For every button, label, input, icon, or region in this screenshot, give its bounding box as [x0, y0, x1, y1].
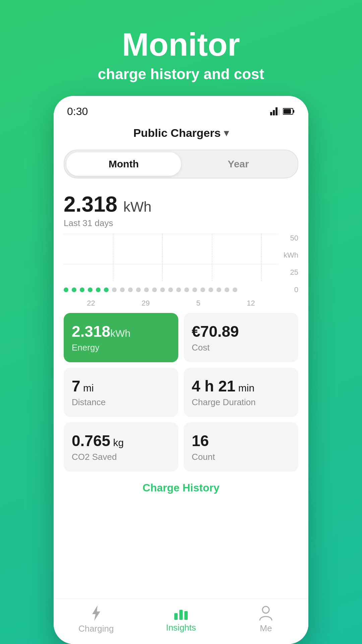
stat-duration-card: 4 h 21 min Charge Duration	[184, 368, 298, 417]
stats-grid: 2.318kWh Energy €70.89 Cost 7 mi Dist	[64, 313, 298, 472]
chart-x-5: 5	[196, 299, 200, 308]
dot-20	[217, 287, 221, 292]
stat-co2-value: 0.765 kg	[72, 432, 170, 450]
dot-6	[104, 287, 109, 292]
svg-rect-6	[284, 109, 291, 114]
svg-rect-8	[174, 613, 178, 620]
dot-15	[176, 287, 181, 292]
stat-co2-card: 0.765 kg CO2 Saved	[64, 422, 178, 472]
svg-marker-0	[270, 112, 272, 115]
status-time: 0:30	[67, 105, 88, 118]
stat-distance-value: 7 mi	[72, 377, 170, 395]
chart-y-25: 25	[290, 268, 298, 277]
energy-period: Last 31 days	[64, 218, 298, 228]
chart-col-5	[212, 234, 212, 281]
dot-7	[112, 287, 117, 292]
svg-point-11	[262, 606, 269, 613]
chart-grid-line-mid	[64, 264, 278, 264]
dot-19	[208, 287, 213, 292]
dot-22	[233, 287, 237, 292]
dot-2	[72, 287, 76, 292]
dot-21	[225, 287, 229, 292]
phone-inner: 0:30 Public Chargers	[54, 96, 308, 644]
svg-rect-9	[179, 610, 183, 620]
main-content: 2.318 kWh Last 31 days	[54, 185, 308, 598]
chart-col-12	[261, 234, 261, 281]
phone-frame: 0:30 Public Chargers	[54, 96, 308, 644]
charge-history-button[interactable]: Charge History	[64, 472, 298, 497]
chart-area: 50 kWh 25 0 22 29 5 12	[64, 234, 298, 308]
stat-cost-card: €70.89 Cost	[184, 313, 298, 362]
dot-13	[160, 287, 165, 292]
stat-distance-card: 7 mi Distance	[64, 368, 178, 417]
chart-y-50: 50	[290, 234, 298, 243]
stat-distance-label: Distance	[72, 397, 170, 408]
page-title: Monitor	[98, 27, 264, 62]
dot-5	[96, 287, 101, 292]
stat-cost-value: €70.89	[192, 322, 290, 340]
chart-labels-x: 22 29 5 12	[64, 299, 278, 308]
stat-count-value: 16	[192, 432, 290, 450]
chart-x-22: 22	[87, 299, 95, 308]
charger-label: Public Chargers	[133, 126, 221, 140]
svg-marker-2	[276, 107, 278, 115]
chart-labels-y: 50 kWh 25 0	[278, 234, 298, 294]
chart-col-22	[113, 234, 113, 281]
stat-co2-label: CO2 Saved	[72, 452, 170, 462]
svg-rect-5	[293, 110, 294, 113]
lightning-icon	[89, 605, 103, 621]
charger-selector[interactable]: Public Chargers ▾	[133, 126, 229, 140]
app-header: Public Chargers ▾	[54, 121, 308, 146]
dot-1	[64, 287, 68, 292]
nav-insights-label: Insights	[166, 623, 196, 633]
chart-x-29: 29	[141, 299, 149, 308]
chart-grid	[64, 234, 278, 294]
tab-switcher: Month Year	[64, 150, 298, 178]
energy-value: 2.318 kWh	[64, 192, 298, 217]
chart-grid-line-top	[64, 234, 278, 234]
nav-charging-label: Charging	[78, 624, 114, 634]
signal-icon	[270, 107, 280, 115]
chart-col-29	[162, 234, 163, 281]
bar-chart-icon	[174, 606, 188, 620]
stat-count-label: Count	[192, 452, 290, 462]
dot-10	[136, 287, 141, 292]
dot-8	[120, 287, 125, 292]
svg-marker-1	[273, 110, 275, 115]
stat-energy-card: 2.318kWh Energy	[64, 313, 178, 362]
header-section: Monitor charge history and cost	[98, 0, 264, 96]
stat-cost-label: Cost	[192, 342, 290, 353]
dot-16	[184, 287, 189, 292]
chart-x-12: 12	[247, 299, 255, 308]
nav-me-label: Me	[260, 623, 272, 634]
svg-marker-7	[92, 605, 100, 621]
stat-duration-label: Charge Duration	[192, 397, 290, 408]
svg-rect-10	[184, 611, 188, 620]
nav-insights[interactable]: Insights	[154, 606, 208, 633]
chart-y-kwh: kWh	[284, 251, 298, 260]
svg-marker-3	[278, 109, 280, 115]
dot-9	[128, 287, 133, 292]
stat-energy-label: Energy	[72, 342, 170, 353]
nav-me[interactable]: Me	[239, 606, 293, 634]
dot-18	[200, 287, 205, 292]
status-bar: 0:30	[54, 96, 308, 121]
chart-y-0: 0	[294, 285, 298, 294]
stat-energy-value: 2.318kWh	[72, 322, 170, 340]
stat-duration-value: 4 h 21 min	[192, 377, 290, 395]
dot-4	[88, 287, 93, 292]
page-subtitle: charge history and cost	[98, 66, 264, 83]
tab-month[interactable]: Month	[66, 152, 181, 176]
nav-charging[interactable]: Charging	[69, 605, 123, 634]
dot-11	[144, 287, 149, 292]
tab-year[interactable]: Year	[181, 152, 296, 176]
dot-3	[80, 287, 84, 292]
dot-14	[168, 287, 173, 292]
stat-count-card: 16 Count	[184, 422, 298, 472]
person-icon	[259, 606, 273, 621]
dot-12	[152, 287, 157, 292]
chevron-down-icon: ▾	[224, 127, 229, 139]
status-icons	[270, 107, 295, 115]
energy-display: 2.318 kWh Last 31 days	[64, 185, 298, 230]
chart-dots	[64, 287, 278, 292]
